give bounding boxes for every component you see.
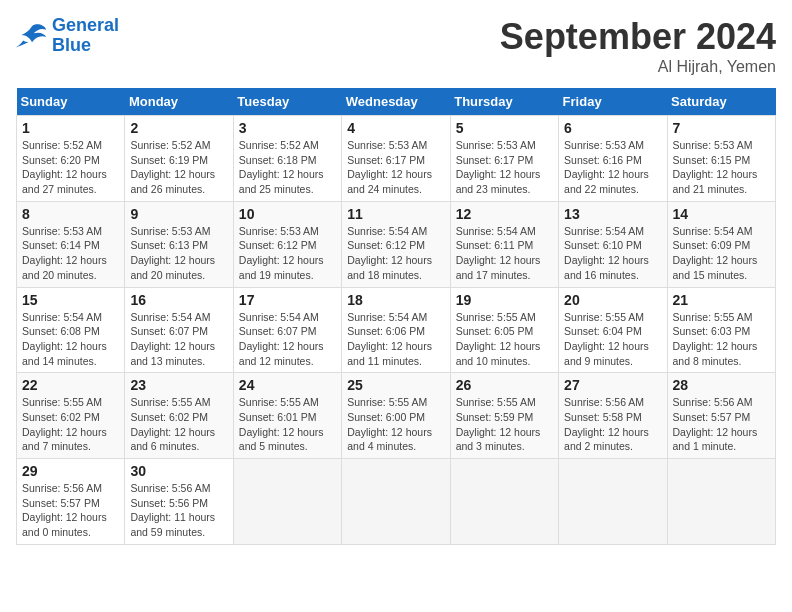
day-info: Sunrise: 5:56 AM Sunset: 5:57 PM Dayligh…: [22, 481, 119, 540]
calendar-cell: 27Sunrise: 5:56 AM Sunset: 5:58 PM Dayli…: [559, 373, 667, 459]
month-title: September 2024: [500, 16, 776, 58]
calendar-week-row: 29Sunrise: 5:56 AM Sunset: 5:57 PM Dayli…: [17, 459, 776, 545]
day-number: 30: [130, 463, 227, 479]
calendar-cell: 9Sunrise: 5:53 AM Sunset: 6:13 PM Daylig…: [125, 201, 233, 287]
day-number: 4: [347, 120, 444, 136]
day-info: Sunrise: 5:53 AM Sunset: 6:14 PM Dayligh…: [22, 224, 119, 283]
logo-text: General Blue: [52, 16, 119, 56]
day-number: 22: [22, 377, 119, 393]
calendar-cell: 5Sunrise: 5:53 AM Sunset: 6:17 PM Daylig…: [450, 116, 558, 202]
day-number: 26: [456, 377, 553, 393]
day-number: 1: [22, 120, 119, 136]
calendar-cell: 3Sunrise: 5:52 AM Sunset: 6:18 PM Daylig…: [233, 116, 341, 202]
day-number: 18: [347, 292, 444, 308]
day-info: Sunrise: 5:54 AM Sunset: 6:09 PM Dayligh…: [673, 224, 770, 283]
day-info: Sunrise: 5:54 AM Sunset: 6:10 PM Dayligh…: [564, 224, 661, 283]
day-info: Sunrise: 5:54 AM Sunset: 6:07 PM Dayligh…: [239, 310, 336, 369]
column-header-tuesday: Tuesday: [233, 88, 341, 116]
calendar-cell: 23Sunrise: 5:55 AM Sunset: 6:02 PM Dayli…: [125, 373, 233, 459]
day-info: Sunrise: 5:55 AM Sunset: 6:01 PM Dayligh…: [239, 395, 336, 454]
calendar-cell: [450, 459, 558, 545]
location-subtitle: Al Hijrah, Yemen: [500, 58, 776, 76]
calendar-cell: 13Sunrise: 5:54 AM Sunset: 6:10 PM Dayli…: [559, 201, 667, 287]
day-number: 20: [564, 292, 661, 308]
day-info: Sunrise: 5:55 AM Sunset: 6:04 PM Dayligh…: [564, 310, 661, 369]
calendar-body: 1Sunrise: 5:52 AM Sunset: 6:20 PM Daylig…: [17, 116, 776, 545]
day-info: Sunrise: 5:56 AM Sunset: 5:56 PM Dayligh…: [130, 481, 227, 540]
day-info: Sunrise: 5:54 AM Sunset: 6:07 PM Dayligh…: [130, 310, 227, 369]
calendar-cell: 7Sunrise: 5:53 AM Sunset: 6:15 PM Daylig…: [667, 116, 775, 202]
calendar-week-row: 22Sunrise: 5:55 AM Sunset: 6:02 PM Dayli…: [17, 373, 776, 459]
day-number: 9: [130, 206, 227, 222]
calendar-cell: 12Sunrise: 5:54 AM Sunset: 6:11 PM Dayli…: [450, 201, 558, 287]
calendar-week-row: 8Sunrise: 5:53 AM Sunset: 6:14 PM Daylig…: [17, 201, 776, 287]
day-info: Sunrise: 5:54 AM Sunset: 6:06 PM Dayligh…: [347, 310, 444, 369]
calendar-week-row: 1Sunrise: 5:52 AM Sunset: 6:20 PM Daylig…: [17, 116, 776, 202]
calendar-cell: 4Sunrise: 5:53 AM Sunset: 6:17 PM Daylig…: [342, 116, 450, 202]
column-header-wednesday: Wednesday: [342, 88, 450, 116]
day-info: Sunrise: 5:53 AM Sunset: 6:13 PM Dayligh…: [130, 224, 227, 283]
calendar-cell: 2Sunrise: 5:52 AM Sunset: 6:19 PM Daylig…: [125, 116, 233, 202]
day-info: Sunrise: 5:52 AM Sunset: 6:20 PM Dayligh…: [22, 138, 119, 197]
column-header-saturday: Saturday: [667, 88, 775, 116]
day-number: 14: [673, 206, 770, 222]
day-number: 10: [239, 206, 336, 222]
column-header-friday: Friday: [559, 88, 667, 116]
day-info: Sunrise: 5:55 AM Sunset: 6:02 PM Dayligh…: [130, 395, 227, 454]
day-info: Sunrise: 5:55 AM Sunset: 6:03 PM Dayligh…: [673, 310, 770, 369]
day-number: 12: [456, 206, 553, 222]
calendar-cell: [559, 459, 667, 545]
calendar-cell: 22Sunrise: 5:55 AM Sunset: 6:02 PM Dayli…: [17, 373, 125, 459]
calendar-cell: 24Sunrise: 5:55 AM Sunset: 6:01 PM Dayli…: [233, 373, 341, 459]
day-number: 13: [564, 206, 661, 222]
calendar-cell: 15Sunrise: 5:54 AM Sunset: 6:08 PM Dayli…: [17, 287, 125, 373]
day-info: Sunrise: 5:54 AM Sunset: 6:12 PM Dayligh…: [347, 224, 444, 283]
calendar-cell: 1Sunrise: 5:52 AM Sunset: 6:20 PM Daylig…: [17, 116, 125, 202]
calendar-week-row: 15Sunrise: 5:54 AM Sunset: 6:08 PM Dayli…: [17, 287, 776, 373]
day-info: Sunrise: 5:53 AM Sunset: 6:17 PM Dayligh…: [347, 138, 444, 197]
calendar-table: SundayMondayTuesdayWednesdayThursdayFrid…: [16, 88, 776, 545]
day-number: 7: [673, 120, 770, 136]
calendar-cell: 21Sunrise: 5:55 AM Sunset: 6:03 PM Dayli…: [667, 287, 775, 373]
day-info: Sunrise: 5:53 AM Sunset: 6:17 PM Dayligh…: [456, 138, 553, 197]
day-info: Sunrise: 5:55 AM Sunset: 6:02 PM Dayligh…: [22, 395, 119, 454]
calendar-cell: 19Sunrise: 5:55 AM Sunset: 6:05 PM Dayli…: [450, 287, 558, 373]
column-header-sunday: Sunday: [17, 88, 125, 116]
day-number: 19: [456, 292, 553, 308]
day-number: 2: [130, 120, 227, 136]
day-number: 28: [673, 377, 770, 393]
calendar-cell: 10Sunrise: 5:53 AM Sunset: 6:12 PM Dayli…: [233, 201, 341, 287]
day-info: Sunrise: 5:54 AM Sunset: 6:11 PM Dayligh…: [456, 224, 553, 283]
calendar-cell: 29Sunrise: 5:56 AM Sunset: 5:57 PM Dayli…: [17, 459, 125, 545]
day-info: Sunrise: 5:56 AM Sunset: 5:57 PM Dayligh…: [673, 395, 770, 454]
day-number: 29: [22, 463, 119, 479]
day-info: Sunrise: 5:54 AM Sunset: 6:08 PM Dayligh…: [22, 310, 119, 369]
day-number: 21: [673, 292, 770, 308]
calendar-cell: 14Sunrise: 5:54 AM Sunset: 6:09 PM Dayli…: [667, 201, 775, 287]
day-info: Sunrise: 5:55 AM Sunset: 5:59 PM Dayligh…: [456, 395, 553, 454]
calendar-cell: 16Sunrise: 5:54 AM Sunset: 6:07 PM Dayli…: [125, 287, 233, 373]
calendar-cell: [342, 459, 450, 545]
column-header-thursday: Thursday: [450, 88, 558, 116]
column-header-monday: Monday: [125, 88, 233, 116]
day-info: Sunrise: 5:52 AM Sunset: 6:19 PM Dayligh…: [130, 138, 227, 197]
logo: General Blue: [16, 16, 119, 56]
day-info: Sunrise: 5:55 AM Sunset: 6:05 PM Dayligh…: [456, 310, 553, 369]
title-block: September 2024 Al Hijrah, Yemen: [500, 16, 776, 76]
day-number: 27: [564, 377, 661, 393]
calendar-cell: 20Sunrise: 5:55 AM Sunset: 6:04 PM Dayli…: [559, 287, 667, 373]
day-number: 24: [239, 377, 336, 393]
calendar-cell: 17Sunrise: 5:54 AM Sunset: 6:07 PM Dayli…: [233, 287, 341, 373]
calendar-cell: 25Sunrise: 5:55 AM Sunset: 6:00 PM Dayli…: [342, 373, 450, 459]
day-number: 17: [239, 292, 336, 308]
calendar-header-row: SundayMondayTuesdayWednesdayThursdayFrid…: [17, 88, 776, 116]
day-number: 25: [347, 377, 444, 393]
day-number: 23: [130, 377, 227, 393]
day-number: 11: [347, 206, 444, 222]
calendar-cell: 8Sunrise: 5:53 AM Sunset: 6:14 PM Daylig…: [17, 201, 125, 287]
calendar-cell: 28Sunrise: 5:56 AM Sunset: 5:57 PM Dayli…: [667, 373, 775, 459]
day-info: Sunrise: 5:53 AM Sunset: 6:16 PM Dayligh…: [564, 138, 661, 197]
calendar-cell: [667, 459, 775, 545]
calendar-cell: [233, 459, 341, 545]
calendar-cell: 6Sunrise: 5:53 AM Sunset: 6:16 PM Daylig…: [559, 116, 667, 202]
